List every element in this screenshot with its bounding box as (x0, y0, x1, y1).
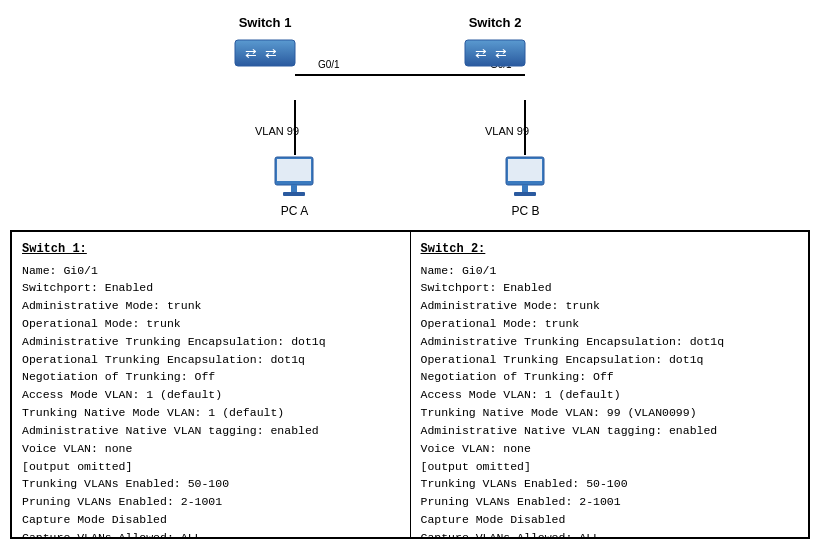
switch1-label: Switch 1 (239, 15, 292, 30)
panel-line: Trunking VLANs Enabled: 50-100 (22, 475, 400, 493)
panel-line: Negotiation of Trunking: Off (421, 368, 799, 386)
svg-rect-16 (291, 185, 297, 192)
switch2-label: Switch 2 (469, 15, 522, 30)
panel-line: Name: Gi0/1 (421, 262, 799, 280)
panel-line: [output omitted] (22, 458, 400, 476)
switch1: Switch 1 ⇄ ⇄ (230, 15, 300, 72)
switch2: Switch 2 ⇄ ⇄ (460, 15, 530, 72)
pc-a: PC A (267, 155, 322, 218)
svg-rect-15 (277, 159, 311, 181)
panel-line: Administrative Trunking Encapsulation: d… (22, 333, 400, 351)
panel-line: Operational Mode: trunk (421, 315, 799, 333)
switch2-panel: Switch 2: Name: Gi0/1Switchport: Enabled… (411, 232, 809, 537)
svg-text:⇄: ⇄ (495, 45, 507, 61)
pcb-icon (498, 155, 553, 200)
panel-line: Access Mode VLAN: 1 (default) (421, 386, 799, 404)
panel-line: Operational Mode: trunk (22, 315, 400, 333)
switch2-lines: Name: Gi0/1Switchport: EnabledAdministra… (421, 262, 799, 537)
panel-line: Name: Gi0/1 (22, 262, 400, 280)
pca-icon (267, 155, 322, 200)
panel-line: [output omitted] (421, 458, 799, 476)
panel-line: Negotiation of Trunking: Off (22, 368, 400, 386)
panel-line: Operational Trunking Encapsulation: dot1… (421, 351, 799, 369)
panel-line: Administrative Native VLAN tagging: enab… (421, 422, 799, 440)
panel-line: Access Mode VLAN: 1 (default) (22, 386, 400, 404)
panel-line: Trunking Native Mode VLAN: 99 (VLAN0099) (421, 404, 799, 422)
svg-text:⇄: ⇄ (475, 45, 487, 61)
switch1-lines: Name: Gi0/1Switchport: EnabledAdministra… (22, 262, 400, 537)
panel-line: Pruning VLANs Enabled: 2-1001 (421, 493, 799, 511)
panel-line: Administrative Mode: trunk (421, 297, 799, 315)
panel-line: Capture VLANs Allowed: ALL (22, 529, 400, 537)
panel-line: Switchport: Enabled (22, 279, 400, 297)
panel-line: Voice VLAN: none (421, 440, 799, 458)
info-panels: Switch 1: Name: Gi0/1Switchport: Enabled… (10, 230, 810, 539)
switch2-panel-title: Switch 2: (421, 240, 799, 259)
svg-rect-17 (283, 192, 305, 196)
svg-rect-19 (508, 159, 542, 181)
svg-text:⇄: ⇄ (265, 45, 277, 61)
panel-line: Administrative Native VLAN tagging: enab… (22, 422, 400, 440)
panel-line: Voice VLAN: none (22, 440, 400, 458)
pca-label: PC A (281, 204, 308, 218)
switch1-icon: ⇄ ⇄ (230, 32, 300, 72)
switch1-panel: Switch 1: Name: Gi0/1Switchport: Enabled… (12, 232, 411, 537)
svg-text:VLAN 99: VLAN 99 (255, 125, 299, 137)
panel-line: Capture Mode Disabled (421, 511, 799, 529)
network-diagram: G0/1 G0/1 VLAN 99 VLAN 99 Switch 1 (160, 10, 660, 220)
svg-rect-21 (514, 192, 536, 196)
panel-line: Capture VLANs Allowed: ALL (421, 529, 799, 537)
svg-text:VLAN 99: VLAN 99 (485, 125, 529, 137)
pc-b: PC B (498, 155, 553, 218)
panel-line: Trunking VLANs Enabled: 50-100 (421, 475, 799, 493)
panel-line: Switchport: Enabled (421, 279, 799, 297)
svg-text:⇄: ⇄ (245, 45, 257, 61)
panel-line: Operational Trunking Encapsulation: dot1… (22, 351, 400, 369)
switch2-icon: ⇄ ⇄ (460, 32, 530, 72)
panel-line: Pruning VLANs Enabled: 2-1001 (22, 493, 400, 511)
panel-line: Administrative Mode: trunk (22, 297, 400, 315)
panel-line: Trunking Native Mode VLAN: 1 (default) (22, 404, 400, 422)
switch1-panel-title: Switch 1: (22, 240, 400, 259)
diagram-section: G0/1 G0/1 VLAN 99 VLAN 99 Switch 1 (0, 0, 820, 230)
svg-text:G0/1: G0/1 (318, 59, 340, 70)
panel-line: Capture Mode Disabled (22, 511, 400, 529)
panel-line: Administrative Trunking Encapsulation: d… (421, 333, 799, 351)
svg-rect-20 (522, 185, 528, 192)
pcb-label: PC B (511, 204, 539, 218)
